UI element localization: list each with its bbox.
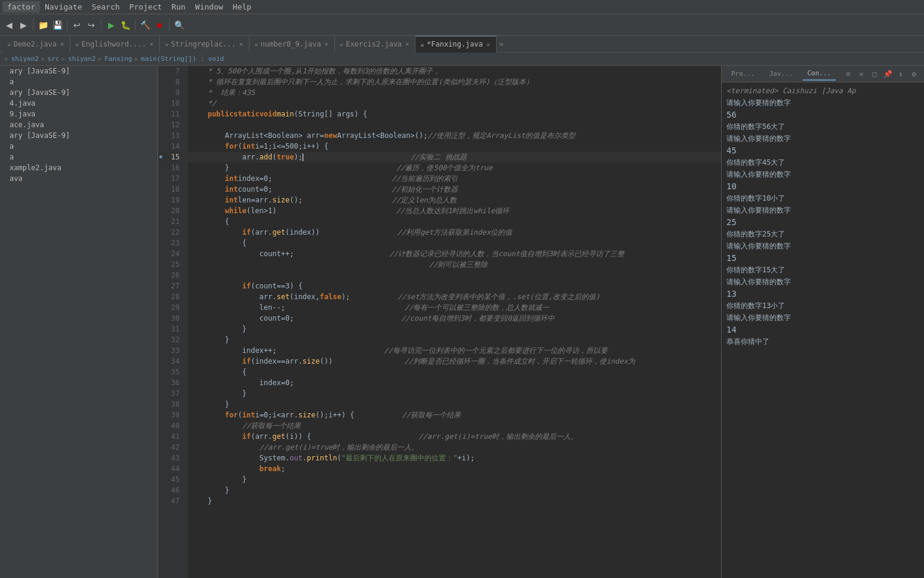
code-41-if: if	[242, 431, 251, 442]
tab-number09[interactable]: ☕ number0_9.java ✕	[250, 36, 335, 53]
sidebar-item-a2[interactable]: a	[0, 141, 158, 152]
console-big-15: 15	[726, 252, 919, 264]
tab-problems[interactable]: Pro...	[726, 67, 760, 80]
panel-clear-icon[interactable]: ⊘	[843, 69, 854, 79]
toolbar-undo[interactable]: ↩	[70, 19, 84, 32]
line-num-26: 26	[158, 270, 183, 281]
code-34-p1: (index==arr.	[251, 356, 303, 367]
breadcrumb-sep-4: ▶	[134, 55, 138, 63]
code-19-size: size	[272, 195, 289, 205]
code-41-p2: (i)) {	[285, 431, 311, 442]
toolbar-back[interactable]: ◀	[2, 19, 16, 32]
tab-icon-string: ☕	[165, 40, 169, 48]
menu-navigate[interactable]: Navigate	[40, 1, 87, 13]
tab-fanxing[interactable]: ☕ *Fanxing.java ✕	[415, 36, 497, 53]
toolbar-debug[interactable]: 🐛	[119, 19, 132, 32]
line-num-22: 22	[158, 227, 183, 238]
tab-stringreplace[interactable]: ☕ Stringreplac... ✕	[160, 36, 250, 53]
code-line-13: ArrayList < Boolean > arr= new ArrayList…	[188, 130, 721, 141]
code-line-41: if (arr. get (i)) { //arr.get(i)=true时，输…	[188, 431, 721, 442]
menu-window[interactable]: Window	[190, 1, 228, 13]
console-prompt-7: 请输入你要猜的数字	[726, 312, 919, 324]
code-line-12	[188, 119, 721, 130]
toolbar-stop[interactable]: ■	[153, 19, 166, 32]
menu-search[interactable]: Search	[87, 1, 125, 13]
tab-englishword[interactable]: ☕ Englishword.... ✕	[70, 36, 160, 53]
menu-project[interactable]: Project	[125, 1, 167, 13]
menu-factor[interactable]: factor	[2, 1, 40, 13]
breadcrumb-main[interactable]: main(String[]) : void	[141, 55, 224, 63]
code-13-cmt: //使用泛型，规定ArrayList的值是布尔类型	[427, 130, 575, 141]
code-line-37: }	[188, 388, 721, 399]
code-line-16: } //遍历，使500个值全为true	[188, 162, 721, 173]
sidebar-item-4java[interactable]: 4.java	[0, 98, 158, 109]
code-13-sp	[190, 130, 225, 141]
sidebar-item-example2[interactable]: xample2.java	[0, 162, 158, 173]
tab-console[interactable]: Con...	[803, 67, 836, 81]
breadcrumb-shiyan2-2[interactable]: shiyan2	[68, 55, 96, 63]
code-41-p1: (arr.	[251, 431, 272, 442]
sidebar-item-ary2[interactable]: ary [JavaSE-9]	[0, 87, 158, 98]
code-content[interactable]: * 5、500个人围成一个圈,从1开始报数，每数到3的倍数的人离开圈子， * 循…	[188, 66, 721, 578]
line-num-7: 7	[158, 66, 183, 76]
code-41-get: get	[272, 431, 285, 442]
toolbar-save[interactable]: 💾	[51, 19, 64, 32]
panel-close-icon[interactable]: ✕	[856, 69, 867, 79]
tab-close-string[interactable]: ✕	[238, 41, 244, 47]
code-line-18: int count=0; //初始化一个计数器	[188, 184, 721, 195]
breadcrumb-fanxing[interactable]: Fanxing	[104, 55, 132, 63]
sidebar-item-a3[interactable]: a	[0, 152, 158, 162]
tab-demo2[interactable]: ☕ Demo2.java ✕	[2, 36, 70, 53]
sidebar-item-ary1[interactable]: ary [JavaSE-9]	[0, 66, 158, 76]
tab-javadoc[interactable]: Jav...	[765, 67, 798, 80]
line-num-37: 37	[158, 388, 183, 399]
code-line-39: for ( int i=0;i<arr. size ();i++) { //获取…	[188, 410, 721, 420]
code-line-11: public static void main (String[] args) …	[188, 109, 721, 119]
code-line-42: //arr.get(i)=true时，输出剩余的最后一人。	[188, 442, 721, 453]
menu-help[interactable]: Help	[228, 1, 256, 13]
breadcrumb-shiyan2-1[interactable]: shiyan2	[11, 55, 39, 63]
console-out-56: 你猜的数字56大了	[726, 121, 919, 133]
toolbar-search[interactable]: 🔍	[173, 19, 186, 32]
code-24-cmt: //计数器记录已经寻访的人数，当count值自增到3时表示已经寻访了三整	[389, 248, 624, 259]
code-19-int: int	[225, 195, 238, 205]
code-line-43: System. out . println ( "最后剩下的人在原来圈中的位置：…	[188, 453, 721, 463]
code-28-sp	[190, 291, 260, 302]
toolbar-build[interactable]: 🔨	[138, 19, 152, 32]
toolbar-redo[interactable]: ↪	[85, 19, 98, 32]
panel-pin-icon[interactable]: 📌	[882, 69, 893, 79]
breadcrumb-src[interactable]: src	[48, 55, 60, 63]
sidebar-item-9java[interactable]: 9.java	[0, 109, 158, 119]
tab-overflow[interactable]: »	[497, 39, 506, 48]
sidebar-item-ary3[interactable]: ary [JavaSE-9]	[0, 130, 158, 141]
console-out-15: 你猜的数字15大了	[726, 264, 919, 276]
code-46: }	[190, 485, 229, 496]
code-27-if: if	[242, 281, 251, 291]
tab-exercis2[interactable]: ☕ Exercis2.java ✕	[335, 36, 416, 53]
code-18-sp	[190, 184, 225, 195]
sidebar-item-a1[interactable]: a	[0, 76, 158, 87]
toolbar-fwd[interactable]: ▶	[17, 19, 30, 32]
tab-close-fanxing[interactable]: ✕	[485, 41, 491, 48]
code-39-sp	[190, 410, 225, 420]
code-28-set: set	[277, 291, 290, 302]
menu-run[interactable]: Run	[167, 1, 190, 13]
panel-maximize-icon[interactable]: □	[869, 69, 880, 79]
tab-close-english[interactable]: ✕	[149, 41, 155, 47]
tab-close-exercis[interactable]: ✕	[404, 41, 410, 47]
console-out-45: 你猜的数字45大了	[726, 156, 919, 168]
tab-close-number[interactable]: ✕	[324, 41, 329, 47]
code-editor[interactable]: 7 8 9 10 11 12 13 14 15 16 17 18 19 20 2…	[158, 66, 721, 578]
tab-label-string: Stringreplac...	[171, 40, 236, 48]
sidebar-item-acejava[interactable]: ace.java	[0, 119, 158, 130]
tab-close-demo2[interactable]: ✕	[59, 41, 65, 47]
panel-scroll-icon[interactable]: ↕	[895, 69, 906, 79]
code-line-46: }	[188, 485, 721, 496]
panel-settings-icon[interactable]: ⚙	[908, 69, 919, 79]
toolbar-sep-4	[135, 19, 135, 31]
code-39-int: int	[242, 410, 255, 420]
toolbar-open[interactable]: 📁	[36, 19, 50, 32]
toolbar-run[interactable]: ▶	[104, 19, 118, 32]
sidebar-item-ava[interactable]: ava	[0, 173, 158, 184]
code-18-cmt: //初始化一个计数器	[392, 184, 457, 195]
